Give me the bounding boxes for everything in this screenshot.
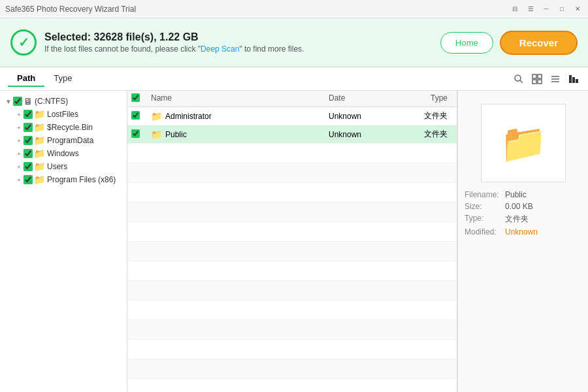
expand-root: ▼ [4, 98, 13, 105]
date-public: Unknown [329, 130, 407, 139]
svg-rect-10 [572, 77, 575, 83]
tree-item-recycle[interactable]: + 📁 $Recycle.Bin [3, 121, 124, 134]
expand-lostfiles: + [14, 111, 24, 118]
maximize-button[interactable]: □ [557, 4, 567, 14]
tree-item-windows[interactable]: + 📁 Windows [3, 147, 124, 160]
file-row-administrator[interactable]: 📁 Administrator Unknown 文件夹 [127, 107, 457, 125]
selected-count: Selected: 32628 file(s), 1.22 GB [44, 31, 304, 43]
empty-row-3 [127, 183, 457, 203]
check-root[interactable] [13, 97, 22, 106]
svg-rect-4 [532, 80, 536, 84]
tree-item-programdata[interactable]: + 📁 ProgramData [3, 134, 124, 147]
tab-path[interactable]: Path [8, 71, 44, 87]
tree-item-programfiles[interactable]: + 📁 Program Files (x86) [3, 173, 124, 186]
folder-icon-programfiles: 📁 [34, 174, 45, 185]
toolbar-icons [512, 73, 580, 86]
label-type: Type: [465, 214, 502, 225]
check-programfiles[interactable] [24, 175, 33, 184]
tree-item-lostfiles[interactable]: + 📁 LostFiles [3, 108, 124, 121]
header-check [131, 93, 151, 104]
empty-row-6 [127, 242, 457, 261]
tree-item-users[interactable]: + 📁 Users [3, 160, 124, 173]
empty-row-11 [127, 340, 457, 359]
label-filename: Filename: [465, 190, 502, 199]
info-filename-row: Filename: Public [465, 190, 581, 199]
tray-icon[interactable]: ⊟ [510, 4, 520, 14]
home-button[interactable]: Home [440, 32, 493, 54]
bar-icon[interactable] [567, 73, 580, 86]
header-subtitle: If the lost files cannot be found, pleas… [44, 44, 304, 54]
header-buttons: Home Recover [440, 31, 578, 55]
list-icon[interactable] [549, 73, 562, 86]
folder-icon-lostfiles: 📁 [34, 109, 45, 120]
check-users[interactable] [24, 162, 33, 171]
expand-users: + [14, 163, 24, 171]
deep-scan-link[interactable]: Deep Scan [201, 44, 239, 54]
label-modified: Modified: [465, 227, 502, 237]
check-lostfiles[interactable] [24, 110, 33, 119]
date-administrator: Unknown [329, 112, 407, 121]
close-button[interactable]: ✕ [572, 4, 583, 14]
info-modified-row: Modified: Unknown [465, 227, 581, 237]
label-programdata: ProgramData [47, 136, 93, 145]
tree-panel: ▼ 🖥 (C:NTFS) + 📁 LostFiles + 📁 $Recycle.… [0, 91, 127, 392]
check-all[interactable] [131, 93, 140, 102]
menu-icon[interactable]: ☰ [525, 4, 536, 14]
header-left: ✓ Selected: 32628 file(s), 1.22 GB If th… [10, 29, 304, 56]
empty-row-1 [127, 144, 457, 163]
folder-icon-windows: 📁 [34, 148, 45, 159]
folder-icon-programdata: 📁 [34, 135, 45, 146]
filename-public: Public [165, 130, 187, 139]
expand-recycle: + [14, 124, 24, 131]
preview-folder-icon: 📁 [500, 121, 547, 165]
empty-row-5 [127, 222, 457, 242]
check-recycle[interactable] [24, 123, 33, 132]
root-label: (C:NTFS) [35, 97, 68, 106]
check-windows[interactable] [24, 149, 33, 158]
preview-panel: 📁 Filename: Public Size: 0.00 KB Type: 文… [457, 91, 588, 392]
header-banner: ✓ Selected: 32628 file(s), 1.22 GB If th… [0, 18, 588, 67]
svg-line-1 [520, 80, 523, 83]
folder-icon-public: 📁 [151, 129, 162, 140]
info-size-row: Size: 0.00 KB [465, 202, 581, 211]
svg-rect-9 [569, 75, 572, 83]
toolbar: Path Type [0, 67, 588, 91]
svg-rect-3 [538, 74, 542, 78]
recover-button[interactable]: Recover [500, 31, 578, 55]
label-windows: Windows [47, 149, 79, 158]
header-text: Selected: 32628 file(s), 1.22 GB If the … [44, 31, 304, 54]
search-icon[interactable] [512, 73, 525, 86]
file-list-panel: Name Date Type 📁 Administrator Unknown 文… [127, 91, 457, 392]
type-public: 文件夹 [407, 129, 453, 140]
preview-image-box: 📁 [481, 104, 566, 182]
value-modified: Unknown [505, 227, 538, 237]
title-bar: Safe365 Photo Recovery Wizard Trial ⊟ ☰ … [0, 0, 588, 18]
minimize-button[interactable]: ─ [541, 4, 551, 14]
check-administrator[interactable] [131, 111, 140, 120]
tree-root[interactable]: ▼ 🖥 (C:NTFS) [3, 95, 124, 108]
expand-programfiles: + [14, 176, 24, 184]
grid-icon[interactable] [531, 73, 544, 86]
value-filename: Public [505, 190, 527, 199]
value-type: 文件夹 [505, 214, 529, 225]
tab-type[interactable]: Type [44, 71, 81, 87]
folder-icon-users: 📁 [34, 161, 45, 172]
header-name: Name [151, 93, 329, 104]
expand-programdata: + [14, 137, 24, 144]
svg-point-0 [515, 75, 521, 81]
main-content: ▼ 🖥 (C:NTFS) + 📁 LostFiles + 📁 $Recycle.… [0, 91, 588, 392]
preview-info: Filename: Public Size: 0.00 KB Type: 文件夹… [465, 190, 581, 239]
header-type: Type [407, 93, 453, 104]
label-lostfiles: LostFiles [47, 110, 78, 119]
header-date: Date [329, 93, 407, 104]
file-row-public[interactable]: 📁 Public Unknown 文件夹 [127, 125, 457, 144]
check-public[interactable] [131, 129, 140, 138]
empty-row-8 [127, 281, 457, 301]
app-title: Safe365 Photo Recovery Wizard Trial [5, 5, 136, 14]
toolbar-tabs: Path Type [8, 71, 81, 87]
check-programdata[interactable] [24, 136, 33, 145]
label-size: Size: [465, 202, 502, 211]
value-size: 0.00 KB [505, 202, 533, 211]
svg-rect-5 [538, 80, 542, 84]
type-administrator: 文件夹 [407, 110, 453, 122]
